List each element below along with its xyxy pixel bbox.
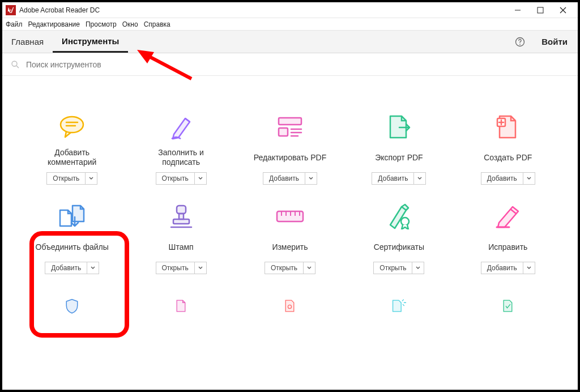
cert-icon — [386, 202, 412, 231]
window-title: Adobe Acrobat Reader DC — [19, 6, 100, 14]
chevron-down-icon[interactable] — [305, 172, 317, 185]
app-icon — [6, 5, 16, 15]
search-bar — [2, 53, 578, 76]
svg-rect-13 — [279, 128, 288, 136]
chevron-down-icon[interactable] — [523, 172, 535, 185]
doc2-icon — [171, 291, 191, 321]
tool-card-measure: ИзмеритьОткрыть — [238, 202, 342, 274]
tool-label: Исправить — [488, 237, 527, 257]
create-icon — [496, 112, 520, 142]
tool-card-cert: СертификатыОткрыть — [347, 202, 450, 274]
search-input[interactable] — [26, 60, 196, 69]
tool-action-button[interactable]: Добавить — [372, 172, 414, 185]
svg-rect-1 — [538, 7, 543, 13]
tool-card-export: Экспорт PDFДобавить — [347, 112, 450, 185]
export-icon — [387, 112, 411, 142]
chevron-down-icon[interactable] — [87, 262, 99, 274]
tool-card-combine: Объединить файлыДобавить — [20, 202, 123, 274]
chevron-down-icon[interactable] — [86, 172, 97, 185]
tool-action-button[interactable]: Открыть — [156, 262, 195, 274]
maximize-button[interactable] — [529, 3, 552, 17]
tool-card-redact: ИсправитьДобавить — [457, 202, 560, 274]
tool-action-button[interactable]: Добавить — [481, 262, 523, 274]
tabs-bar: Главная Инструменты Войти — [2, 31, 578, 53]
menu-file[interactable]: Файл — [6, 20, 23, 28]
svg-rect-22 — [173, 219, 189, 224]
tool-label: Сертификаты — [374, 237, 424, 257]
tools-scroll-area[interactable]: Добавить комментарийОткрытьЗаполнить и п… — [5, 78, 575, 387]
window-controls — [506, 3, 574, 17]
tool-label: Создать PDF — [484, 147, 532, 168]
redact-icon — [494, 202, 522, 231]
help-icon[interactable] — [509, 31, 531, 53]
svg-point-5 — [519, 44, 521, 45]
tool-card-doc2 — [129, 291, 232, 326]
svg-line-7 — [16, 66, 19, 68]
chevron-down-icon[interactable] — [414, 172, 426, 185]
menu-window[interactable]: Окно — [122, 20, 138, 28]
tool-action-button[interactable]: Добавить — [45, 262, 87, 274]
chevron-down-icon[interactable] — [523, 262, 535, 274]
protect-icon — [61, 291, 83, 321]
editpdf-icon — [276, 112, 304, 142]
doc5-icon — [498, 291, 518, 321]
doc3-icon — [280, 291, 300, 321]
tool-label: Добавить комментарий — [32, 147, 112, 168]
tool-card-fillsign: Заполнить и подписатьОткрыть — [129, 112, 232, 185]
svg-point-8 — [61, 117, 83, 133]
tool-card-doc4 — [347, 291, 450, 326]
fillsign-icon — [168, 112, 194, 142]
doc4-icon — [386, 291, 411, 321]
chevron-down-icon[interactable] — [195, 262, 207, 274]
tool-label: Измерить — [272, 237, 308, 257]
menu-view[interactable]: Просмотр — [86, 20, 117, 28]
login-button[interactable]: Войти — [531, 31, 578, 53]
tool-label: Редактировать PDF — [254, 147, 327, 168]
minimize-button[interactable] — [506, 3, 529, 17]
tool-action-button[interactable]: Открыть — [265, 262, 304, 274]
search-icon — [10, 59, 20, 70]
tool-card-protect — [20, 291, 123, 326]
close-button[interactable] — [552, 3, 574, 17]
svg-point-30 — [401, 218, 409, 225]
tool-action-button[interactable]: Добавить — [263, 172, 305, 185]
comment-icon — [58, 112, 86, 142]
svg-rect-20 — [177, 206, 186, 214]
chevron-down-icon[interactable] — [195, 172, 207, 185]
tool-label: Заполнить и подписать — [142, 147, 221, 168]
window-titlebar: Adobe Acrobat Reader DC — [2, 2, 578, 18]
combine-icon — [58, 202, 86, 231]
tool-label: Экспорт PDF — [375, 147, 423, 168]
tool-action-button[interactable]: Открыть — [373, 262, 412, 274]
menu-bar: Файл Редактирование Просмотр Окно Справк… — [2, 18, 578, 31]
tab-home[interactable]: Главная — [2, 31, 53, 53]
menu-edit[interactable]: Редактирование — [28, 20, 80, 28]
tool-label: Штамп — [169, 237, 194, 257]
tool-action-button[interactable]: Добавить — [481, 172, 523, 185]
chevron-down-icon[interactable] — [304, 262, 315, 274]
tool-card-editpdf: Редактировать PDFДобавить — [238, 112, 342, 185]
tool-label: Объединить файлы — [36, 237, 109, 257]
tool-card-comment: Добавить комментарийОткрыть — [20, 112, 123, 185]
tool-action-button[interactable]: Открыть — [156, 172, 195, 185]
menu-help[interactable]: Справка — [144, 20, 170, 28]
tool-card-stamp: ШтампОткрыть — [129, 202, 232, 274]
measure-icon — [275, 202, 305, 231]
tool-action-button[interactable]: Открыть — [46, 172, 86, 185]
tab-tools[interactable]: Инструменты — [53, 31, 128, 53]
stamp-icon — [169, 202, 194, 231]
svg-rect-12 — [279, 118, 301, 125]
svg-rect-21 — [179, 214, 184, 219]
tool-card-create: Создать PDFДобавить — [457, 112, 560, 185]
chevron-down-icon[interactable] — [412, 262, 424, 274]
svg-point-6 — [12, 61, 17, 66]
tool-card-doc3 — [238, 291, 342, 326]
tools-grid: Добавить комментарийОткрытьЗаполнить и п… — [5, 78, 575, 338]
tool-card-doc5 — [457, 291, 560, 326]
